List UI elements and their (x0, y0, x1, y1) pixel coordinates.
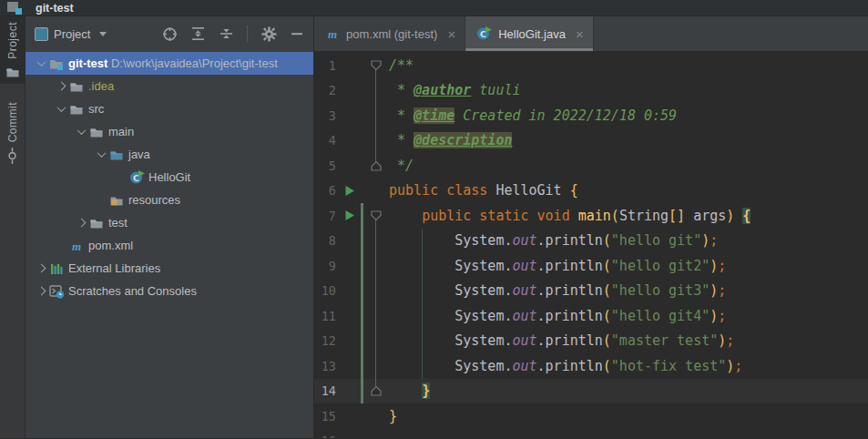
tree-expand-chevron[interactable] (53, 106, 69, 112)
tree-expand-chevron[interactable] (93, 151, 109, 158)
tree-item-src[interactable]: src (26, 97, 313, 120)
run-gutter-cell[interactable] (336, 209, 363, 221)
project-view-icon (35, 27, 48, 41)
code-token: public static void (422, 208, 578, 224)
fold-end-icon (371, 385, 382, 396)
locate-icon (162, 26, 178, 42)
code-token: "hello git4" (611, 308, 710, 324)
tree-item-external-libraries[interactable]: External Libraries (26, 257, 313, 280)
code-text[interactable]: System.out.println("hello git4"); (389, 308, 726, 324)
tree-item-test[interactable]: test (26, 211, 313, 234)
code-line-2[interactable]: 2 * @author tuuli (314, 78, 868, 104)
line-number: 15 (314, 409, 336, 424)
code-token: * (389, 82, 414, 98)
tree-item-hellogit[interactable]: CHelloGit (26, 166, 313, 189)
hide-button[interactable] (290, 26, 304, 41)
code-token: @description (414, 132, 512, 148)
code-text[interactable]: System.out.println("hello git3"); (389, 282, 726, 299)
code-token: "hello git2" (611, 258, 710, 274)
code-text[interactable]: * @author tuuli (389, 82, 521, 98)
fold-marker[interactable] (363, 385, 389, 396)
tree-item-java[interactable]: java (26, 143, 313, 166)
tree-item-scratches-and-consoles[interactable]: Scratches and Consoles (26, 280, 313, 302)
tree-item-pom-xml[interactable]: mpom.xml (26, 234, 313, 257)
code-line-14[interactable]: 14 } (314, 379, 868, 404)
tree-item-git-test[interactable]: git-test D:\work\javaidea\Project\git-te… (26, 52, 313, 75)
project-panel-toolbar (162, 26, 304, 42)
editor-tab-hellogit-java[interactable]: CHelloGit.java× (465, 16, 593, 51)
code-token: ; (734, 358, 742, 374)
tree-expand-chevron[interactable] (73, 128, 89, 135)
code-token (389, 383, 422, 399)
code-line-4[interactable]: 4 * @description (314, 128, 868, 154)
stripe-tab-commit[interactable]: Commit (0, 97, 26, 168)
tree-expand-chevron[interactable] (33, 60, 49, 66)
code-token: /** (389, 57, 414, 74)
code-token: ( (603, 332, 611, 349)
stripe-tab-project[interactable]: Project (0, 16, 26, 84)
code-line-11[interactable]: 11 System.out.println("hello git4"); (314, 303, 868, 329)
tree-expand-chevron[interactable] (33, 265, 49, 271)
code-line-1[interactable]: 1/** (314, 53, 868, 78)
tree-item--idea[interactable]: .idea (26, 75, 313, 97)
code-token: .println (537, 232, 603, 249)
project-view-label: Project (54, 27, 90, 41)
code-text[interactable]: } (389, 383, 430, 399)
editor-tab-pom-xml-git-test-[interactable]: mpom.xml (git-test)× (314, 16, 465, 51)
code-text[interactable]: public static void main(String[] args) { (389, 208, 751, 224)
code-text[interactable]: System.out.println("hello git"); (389, 232, 718, 249)
code-text[interactable]: */ (389, 158, 414, 174)
code-line-7[interactable]: 7 public static void main(String[] args)… (314, 203, 868, 229)
tree-item-label: main (108, 125, 134, 138)
code-line-15[interactable]: 15} (314, 403, 868, 429)
fold-marker[interactable] (363, 60, 389, 71)
settings-icon (261, 26, 277, 42)
code-text[interactable]: System.out.println("hot-fix test"); (389, 358, 742, 374)
code-line-9[interactable]: 9 System.out.println("hello git2"); (314, 253, 868, 279)
tree-expand-chevron[interactable] (33, 288, 49, 294)
locate-button[interactable] (162, 26, 177, 41)
code-token: ) (710, 258, 718, 274)
code-text[interactable]: } (389, 408, 397, 424)
code-text[interactable]: System.out.println("master test"); (389, 332, 734, 349)
close-icon[interactable]: × (447, 27, 455, 41)
code-token: "master test" (611, 332, 718, 349)
folder-icon (69, 79, 84, 94)
code-text[interactable]: System.out.println("hello git2"); (389, 258, 726, 274)
fold-marker[interactable] (363, 160, 389, 171)
code-line-10[interactable]: 10 System.out.println("hello git3"); (314, 279, 868, 304)
tree-expand-chevron[interactable] (53, 83, 69, 89)
code-token: ( (611, 208, 619, 224)
project-view-selector[interactable]: Project (35, 27, 107, 41)
code-line-12[interactable]: 12 System.out.println("master test"); (314, 329, 868, 354)
run-gutter-cell[interactable] (336, 185, 363, 197)
code-editor[interactable]: 1/**2 * @author tuuli3 * @time Created i… (314, 51, 868, 438)
code-line-16[interactable]: 16 (314, 429, 868, 439)
code-token: ( (603, 358, 611, 374)
code-token: .println (537, 332, 603, 349)
code-text[interactable]: * @description (389, 132, 512, 148)
code-line-8[interactable]: 8 System.out.println("hello git"); (314, 229, 868, 254)
tree-expand-chevron[interactable] (73, 220, 89, 226)
code-token (389, 208, 422, 224)
code-text[interactable]: * @time Created in 2022/12/18 0:59 (389, 107, 677, 124)
code-token: .println (537, 308, 603, 324)
collapse-all-button[interactable] (219, 26, 233, 41)
code-line-13[interactable]: 13 System.out.println("hot-fix test"); (314, 353, 868, 379)
close-icon[interactable]: × (576, 27, 584, 41)
fold-marker[interactable] (363, 210, 389, 221)
stripe-tab-label: Project (6, 22, 19, 59)
code-text[interactable]: public class HelloGit { (389, 182, 578, 199)
code-line-3[interactable]: 3 * @time Created in 2022/12/18 0:59 (314, 103, 868, 128)
tree-item-resources[interactable]: resources (26, 189, 313, 211)
resources-folder-icon (109, 193, 124, 208)
expand-all-button[interactable] (190, 26, 205, 41)
scratches-icon (49, 284, 65, 299)
project-tree: git-test D:\work\javaidea\Project\git-te… (26, 51, 313, 438)
code-line-5[interactable]: 5 */ (314, 153, 868, 179)
tree-item-main[interactable]: main (26, 120, 313, 143)
settings-button[interactable] (261, 26, 276, 41)
code-text[interactable]: /** (389, 57, 414, 74)
tree-item-label: HelloGit (148, 170, 190, 184)
code-line-6[interactable]: 6public class HelloGit { (314, 179, 868, 204)
